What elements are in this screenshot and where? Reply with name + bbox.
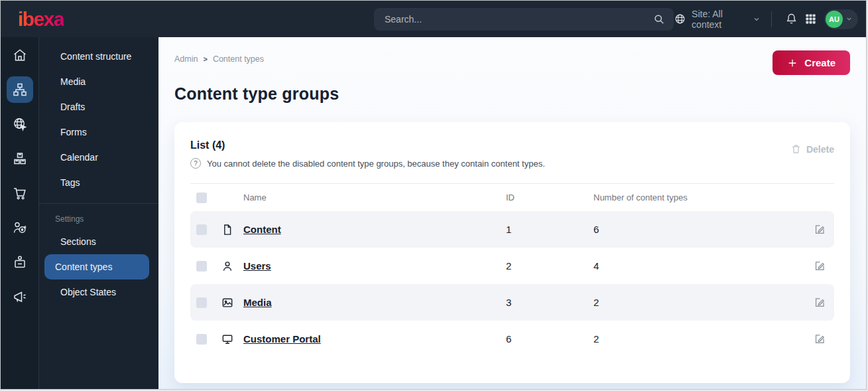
app-grid-icon[interactable] bbox=[801, 9, 820, 30]
notifications-bell-icon[interactable] bbox=[782, 9, 802, 30]
chevron-down-icon bbox=[845, 15, 853, 23]
content-tree-icon[interactable] bbox=[7, 76, 33, 103]
breadcrumb-admin[interactable]: Admin bbox=[174, 54, 198, 64]
row-checkbox[interactable] bbox=[196, 224, 207, 235]
group-id: 3 bbox=[506, 297, 593, 308]
global-search bbox=[374, 8, 674, 31]
content-type-groups-table: Name ID Number of content types bbox=[190, 183, 834, 357]
delete-button-label: Delete bbox=[806, 144, 834, 155]
delete-button[interactable]: Delete bbox=[790, 143, 834, 155]
table-row: Content 1 6 bbox=[190, 211, 834, 248]
chevron-down-icon bbox=[753, 15, 761, 23]
topbar: ibexa Site: All context bbox=[1, 1, 866, 37]
user-icon bbox=[221, 260, 243, 273]
table-row: Customer Portal 6 2 bbox=[190, 321, 834, 357]
table-header: Name ID Number of content types bbox=[190, 183, 834, 211]
edit-icon[interactable] bbox=[805, 260, 834, 272]
row-checkbox[interactable] bbox=[196, 261, 207, 272]
sidebar-divider bbox=[39, 203, 158, 204]
sidebar-item-media[interactable]: Media bbox=[44, 69, 149, 94]
select-all-checkbox[interactable] bbox=[196, 193, 207, 203]
product-catalog-icon[interactable] bbox=[7, 145, 33, 172]
logo-container: ibexa bbox=[1, 8, 158, 31]
group-count: 2 bbox=[593, 297, 805, 308]
table-row: Users 2 4 bbox=[190, 248, 834, 284]
sidebar-item-sections[interactable]: Sections bbox=[44, 229, 149, 254]
group-link-content[interactable]: Content bbox=[243, 224, 281, 235]
edit-icon[interactable] bbox=[805, 296, 834, 309]
home-icon[interactable] bbox=[7, 42, 33, 68]
admin-badge-icon[interactable] bbox=[7, 249, 33, 275]
create-button-label: Create bbox=[804, 57, 836, 68]
site-context-selector[interactable]: Site: All context bbox=[674, 9, 761, 30]
row-checkbox[interactable] bbox=[196, 334, 207, 345]
search-icon[interactable] bbox=[652, 13, 666, 26]
sidebar-item-content-types[interactable]: Content types bbox=[44, 254, 149, 279]
site-globe-icon[interactable] bbox=[7, 111, 33, 137]
sidebar-item-tags[interactable]: Tags bbox=[44, 170, 149, 195]
edit-icon[interactable] bbox=[805, 223, 834, 236]
ibexa-logo[interactable]: ibexa bbox=[18, 8, 64, 30]
card-head-left: List (4) ? You cannot delete the disable… bbox=[190, 139, 545, 169]
main-content: Admin > Content types Create Content typ… bbox=[158, 37, 866, 389]
row-checkbox[interactable] bbox=[196, 297, 207, 308]
group-id: 2 bbox=[506, 260, 593, 272]
site-context-label: Site: All context bbox=[692, 9, 747, 30]
icon-rail bbox=[1, 37, 39, 389]
sidebar-item-calendar[interactable]: Calendar bbox=[44, 145, 149, 170]
plus-icon bbox=[787, 58, 798, 68]
monitor-icon bbox=[221, 333, 243, 346]
user-menu[interactable]: AU bbox=[824, 9, 858, 29]
help-icon: ? bbox=[190, 158, 201, 169]
search-input[interactable] bbox=[374, 8, 674, 31]
globe-icon bbox=[674, 12, 686, 27]
avatar: AU bbox=[826, 11, 843, 28]
column-header-id: ID bbox=[506, 193, 593, 202]
commerce-cart-icon[interactable] bbox=[7, 180, 33, 206]
sidebar-item-content-structure[interactable]: Content structure bbox=[44, 44, 149, 69]
create-button[interactable]: Create bbox=[773, 50, 850, 75]
table-row: Media 3 2 bbox=[190, 284, 834, 321]
personalization-target-icon[interactable] bbox=[7, 214, 33, 241]
trash-icon bbox=[790, 143, 802, 155]
page-title: Content type groups bbox=[174, 84, 850, 104]
column-header-name: Name bbox=[243, 193, 506, 202]
topbar-divider bbox=[771, 11, 772, 27]
app-window: ibexa Site: All context bbox=[0, 0, 867, 390]
sidebar: Content structure Media Drafts Forms Cal… bbox=[39, 37, 158, 389]
campaign-megaphone-icon[interactable] bbox=[7, 283, 33, 310]
sidebar-item-object-states[interactable]: Object States bbox=[44, 279, 149, 305]
image-icon bbox=[221, 296, 243, 309]
help-text: You cannot delete the disabled content t… bbox=[207, 159, 545, 169]
group-count: 6 bbox=[593, 224, 805, 235]
breadcrumb-content-types: Content types bbox=[213, 54, 264, 64]
group-link-customer-portal[interactable]: Customer Portal bbox=[243, 333, 321, 345]
group-count: 4 bbox=[593, 260, 805, 272]
column-header-count: Number of content types bbox=[593, 193, 805, 202]
sidebar-item-drafts[interactable]: Drafts bbox=[44, 94, 149, 119]
sidebar-item-forms[interactable]: Forms bbox=[44, 119, 149, 145]
group-id: 1 bbox=[506, 224, 593, 235]
group-link-media[interactable]: Media bbox=[243, 297, 272, 308]
edit-icon[interactable] bbox=[805, 333, 834, 345]
content-type-groups-card: List (4) ? You cannot delete the disable… bbox=[174, 122, 850, 383]
list-title: List (4) bbox=[190, 139, 545, 151]
topbar-right: Site: All context bbox=[674, 9, 866, 30]
breadcrumb: Admin > Content types bbox=[174, 50, 264, 64]
file-icon bbox=[221, 223, 243, 236]
group-id: 6 bbox=[506, 333, 593, 345]
group-link-users[interactable]: Users bbox=[243, 260, 271, 272]
sidebar-section-settings-label: Settings bbox=[39, 210, 158, 229]
breadcrumb-separator: > bbox=[203, 55, 207, 63]
group-count: 2 bbox=[593, 333, 805, 345]
help-row: ? You cannot delete the disabled content… bbox=[190, 158, 545, 169]
